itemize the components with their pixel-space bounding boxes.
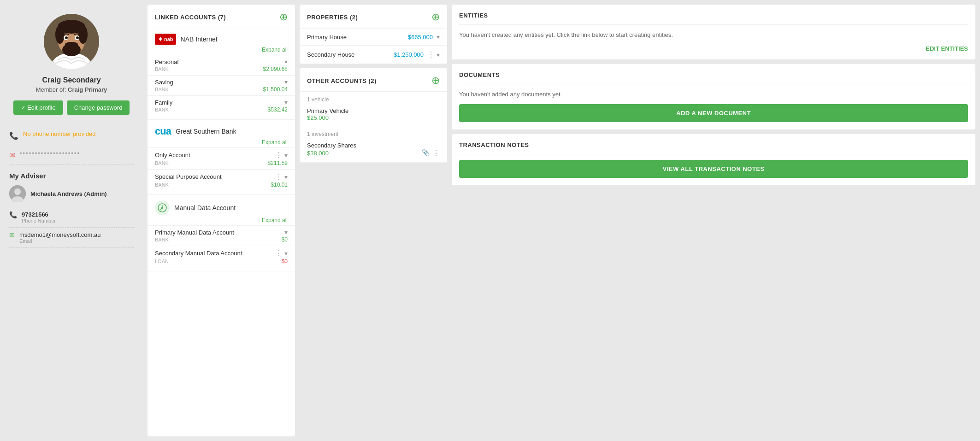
adviser-email-info: msdemo1@moneysoft.com.au Email: [19, 231, 101, 244]
saving-chevron-icon[interactable]: ▾: [284, 78, 288, 86]
property-primary-house: Primary House $665,000 ▾: [300, 28, 447, 45]
adviser-contact-info: 97321566 Phone Number: [22, 211, 56, 223]
add-linked-account-icon[interactable]: ⊕: [279, 12, 288, 22]
other-accounts-panel: OTHER ACCOUNTS (2) ⊕ 1 vehicle Primary V…: [300, 68, 447, 163]
adviser-avatar: [9, 185, 26, 202]
manual-expand-all[interactable]: Expand all: [148, 217, 295, 225]
secondary-shares-value: $38,000: [307, 150, 329, 157]
adviser-email-row: ✉ msdemo1@moneysoft.com.au Email: [9, 228, 134, 248]
shares-dots-icon[interactable]: ⋮: [432, 149, 440, 158]
adviser-email-address: msdemo1@moneysoft.com.au: [19, 231, 101, 238]
account-only: Only Account ⋮ ▾ BANK $211.59: [148, 147, 295, 169]
edit-profile-button[interactable]: ✓ Edit profile: [13, 100, 63, 115]
only-dots-icon[interactable]: ⋮: [275, 151, 283, 159]
secondary-shares-name: Secondary Shares: [307, 142, 440, 149]
family-chevron-icon[interactable]: ▾: [284, 99, 288, 106]
primary-manual-chevron-icon[interactable]: ▾: [284, 229, 288, 236]
special-type: BANK: [155, 182, 169, 188]
transaction-notes-panel: TRANSACTION NOTES VIEW ALL TRANSACTION N…: [452, 134, 975, 185]
investment-category-label: 1 investment: [300, 126, 447, 139]
primary-manual-balance: $0: [282, 236, 288, 243]
adviser-email-label: Email: [19, 238, 101, 244]
linked-accounts-header: LINKED ACCOUNTS (7) ⊕: [148, 5, 295, 28]
shares-clip-icon[interactable]: 📎: [422, 149, 430, 158]
personal-balance: $2,090.68: [263, 66, 288, 72]
add-property-icon[interactable]: ⊕: [431, 12, 440, 22]
vehicle-category-label: 1 vehicle: [300, 92, 447, 105]
primary-vehicle-value: $25,000: [307, 114, 329, 121]
secondary-house-name: Secondary House: [307, 51, 354, 58]
nab-logo: ✦ nab: [155, 34, 176, 45]
add-document-button[interactable]: ADD A NEW DOCUMENT: [459, 104, 968, 122]
main-content: LINKED ACCOUNTS (7) ⊕ ✦ nab NAB Internet…: [143, 0, 980, 441]
special-chevron-icon[interactable]: ▾: [284, 173, 288, 181]
adviser-phone-icon: 📞: [9, 211, 17, 218]
saving-balance: $1,500.04: [263, 86, 288, 93]
nab-logo-row: ✦ nab NAB Internet: [155, 34, 218, 45]
nab-expand-all[interactable]: Expand all: [148, 47, 295, 55]
member-of: Member of: Craig Primary: [36, 86, 107, 93]
documents-title: DOCUMENTS: [459, 71, 968, 84]
change-password-button[interactable]: Change password: [67, 100, 130, 115]
secondary-manual-type: LOAN: [155, 259, 169, 264]
phone-icon: 📞: [9, 131, 18, 140]
svg-point-11: [65, 36, 68, 39]
adviser-phone-row: 📞 97321566 Phone Number: [9, 207, 134, 228]
properties-header: PROPERTIES (2) ⊕: [300, 5, 447, 28]
entities-description: You haven't created any entities yet. Cl…: [459, 30, 968, 40]
primary-house-chevron-icon[interactable]: ▾: [437, 33, 440, 41]
add-other-account-icon[interactable]: ⊕: [431, 76, 440, 86]
nab-bank-name: NAB Internet: [181, 35, 218, 43]
far-right-panels: ENTITIES You haven't created any entitie…: [452, 5, 975, 436]
entities-panel: ENTITIES You haven't created any entitie…: [452, 5, 975, 59]
account-only-name: Only Account: [155, 152, 190, 159]
secondary-manual-chevron-icon[interactable]: ▾: [284, 250, 288, 257]
adviser-title: My Adviser: [9, 172, 134, 180]
only-balance: $211.59: [268, 160, 288, 166]
email-blurred: ••••••••••••••••••••: [20, 150, 80, 157]
only-chevron-icon[interactable]: ▾: [284, 152, 288, 159]
nab-star-icon: ✦: [158, 35, 163, 43]
properties-title: PROPERTIES (2): [307, 14, 358, 21]
edit-entities-link[interactable]: EDIT ENTITIES: [459, 45, 968, 52]
documents-panel: DOCUMENTS You haven't added any document…: [452, 64, 975, 130]
family-type: BANK: [155, 107, 169, 112]
sidebar: Craig Secondary Member of: Craig Primary…: [0, 0, 143, 441]
svg-point-8: [65, 42, 78, 47]
cua-expand-all[interactable]: Expand all: [148, 139, 295, 147]
account-saving-name: Saving: [155, 79, 173, 86]
bank-group-manual: Manual Data Account Expand all Primary M…: [148, 195, 295, 271]
svg-point-12: [76, 36, 79, 39]
special-balance: $10.01: [271, 182, 288, 188]
secondary-manual-name: Secondary Manual Data Account: [155, 250, 242, 257]
svg-point-17: [161, 207, 163, 209]
phone-info-row: 📞 No phone number provided: [9, 126, 134, 145]
secondary-shares-row: Secondary Shares $38,000 📎 ⋮: [300, 139, 447, 163]
email-info-row: ✉ ••••••••••••••••••••: [9, 145, 134, 165]
no-phone-label: No phone number provided: [23, 130, 96, 137]
property-secondary-house: Secondary House $1,250,000 ⋮ ▾: [300, 45, 447, 64]
linked-accounts-title: LINKED ACCOUNTS (7): [155, 14, 226, 21]
secondary-house-chevron-icon[interactable]: ▾: [437, 51, 440, 59]
manual-bank-name: Manual Data Account: [174, 204, 236, 212]
secondary-house-value: $1,250,000: [394, 51, 424, 58]
primary-manual-type: BANK: [155, 237, 169, 242]
view-transaction-notes-button[interactable]: VIEW ALL TRANSACTION NOTES: [459, 160, 968, 178]
adviser-phone-label: Phone Number: [22, 218, 56, 223]
primary-house-name: Primary House: [307, 34, 347, 41]
personal-type: BANK: [155, 66, 169, 72]
nab-text: nab: [164, 36, 173, 42]
manual-logo-row: Manual Data Account: [155, 200, 236, 215]
secondary-house-dots-icon[interactable]: ⋮: [427, 50, 435, 59]
special-dots-icon[interactable]: ⋮: [275, 172, 283, 181]
personal-chevron-icon[interactable]: ▾: [284, 58, 288, 65]
adviser-row: Michaela Andrews (Admin): [9, 185, 134, 202]
manual-logo: [155, 200, 170, 215]
secondary-manual-dots-icon[interactable]: ⋮: [275, 249, 283, 258]
account-saving: Saving ▾ BANK $1,500.04: [148, 75, 295, 95]
primary-manual-name: Primary Manual Data Account: [155, 229, 234, 236]
account-special: Special Purpose Account ⋮ ▾ BANK $10.01: [148, 169, 295, 191]
properties-panel: PROPERTIES (2) ⊕ Primary House $665,000 …: [300, 5, 447, 64]
adviser-name: Michaela Andrews (Admin): [30, 190, 107, 197]
saving-type: BANK: [155, 87, 169, 92]
